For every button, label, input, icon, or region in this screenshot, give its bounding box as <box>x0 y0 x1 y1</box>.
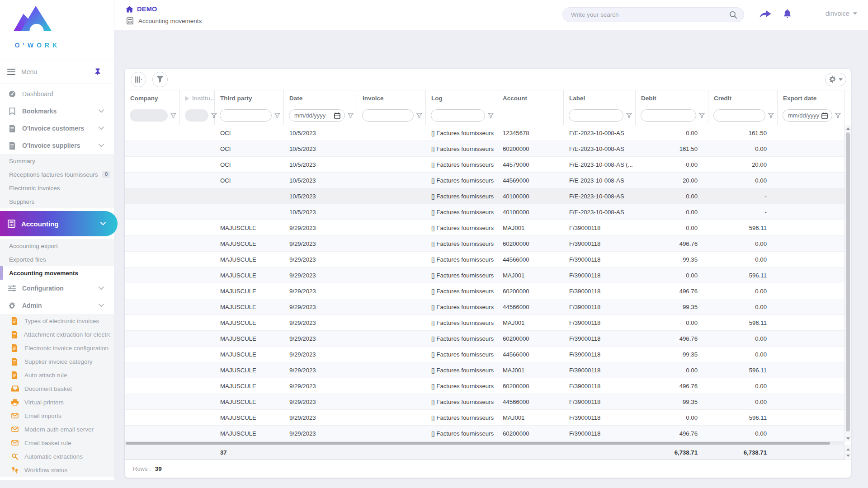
cell-credit: 0.00 <box>708 299 778 314</box>
table-row[interactable]: 10/5/2023[]Factures fournisseurs40100000… <box>125 188 844 204</box>
search-input[interactable] <box>563 8 744 22</box>
filter-funnel-icon[interactable] <box>835 113 841 118</box>
filter-funnel-icon[interactable] <box>170 113 176 118</box>
pin-sidebar-icon[interactable] <box>94 68 101 75</box>
sidebar-item-modern-auth-email-server[interactable]: Modern auth email server <box>0 422 114 436</box>
table-row[interactable]: MAJUSCULE9/29/2023[]Factures fournisseur… <box>125 331 844 347</box>
sidebar-item-accounting-export[interactable]: Accounting export <box>0 239 114 253</box>
sidebar-item-virtual-printers[interactable]: Virtual printers <box>0 395 114 409</box>
filter-input-credit[interactable] <box>713 109 765 122</box>
sidebar-item-supplier-invoice-category[interactable]: Supplier invoice category <box>0 355 114 368</box>
horizontal-scrollbar-thumb[interactable] <box>126 442 830 445</box>
table-row[interactable]: MAJUSCULE9/29/2023[]Factures fournisseur… <box>125 236 844 252</box>
scroll-up-arrow-icon[interactable] <box>846 127 850 130</box>
sidebar-item-attachment-extraction-for-electroni[interactable]: Attachment extraction for electroni <box>0 328 114 341</box>
sidebar-item-document-basket[interactable]: Document basket <box>0 382 114 395</box>
sidebar-item-o-invoice-customers[interactable]: O'Invoice customers <box>0 120 114 137</box>
vertical-scrollbar-thumb[interactable] <box>846 132 850 432</box>
filter-input-label[interactable] <box>569 109 623 122</box>
column-header-institu[interactable]: Institu... <box>180 90 215 106</box>
table-row[interactable]: MAJUSCULE9/29/2023[]Factures fournisseur… <box>125 394 844 410</box>
sidebar-item-workflow-status[interactable]: Workflow status <box>0 463 114 477</box>
filter-button[interactable] <box>152 72 168 87</box>
filter-funnel-icon[interactable] <box>626 113 632 118</box>
column-header-account[interactable]: Account <box>497 90 564 106</box>
filter-funnel-icon[interactable] <box>699 113 705 118</box>
column-header-date[interactable]: Date <box>284 90 357 106</box>
table-row[interactable]: MAJUSCULE9/29/2023[]Factures fournisseur… <box>125 315 844 331</box>
sidebar-item-accounting-movements[interactable]: Accounting movements <box>0 266 114 280</box>
sidebar-item-exported-files[interactable]: Exported files <box>0 253 114 266</box>
sidebar-item-dashboard[interactable]: Dashboard <box>0 85 114 103</box>
sidebar-item-automatic-extractions[interactable]: Automatic extractions <box>0 450 114 463</box>
table-row[interactable]: MAJUSCULE9/29/2023[]Factures fournisseur… <box>125 252 844 267</box>
scroll-up-arrow-icon[interactable] <box>846 448 850 450</box>
search-icon[interactable] <box>729 11 737 19</box>
table-row[interactable]: MAJUSCULE9/29/2023[]Factures fournisseur… <box>125 347 844 362</box>
horizontal-scrollbar[interactable] <box>125 441 844 445</box>
sidebar-item-email-basket-rule[interactable]: Email basket rule <box>0 436 114 450</box>
sidebar-item-bookmarks[interactable]: Bookmarks <box>0 103 114 120</box>
filter-input-third-party[interactable] <box>220 109 272 122</box>
sidebar-item-r-ceptions-factures-fournisseurs[interactable]: Réceptions factures fournisseurs0 <box>0 168 114 181</box>
table-row[interactable]: OCI10/5/2023[]Factures fournisseurs44579… <box>125 157 844 173</box>
sidebar-item-email-imports[interactable]: Email imports <box>0 409 114 422</box>
sidebar-item-o-invoice-suppliers[interactable]: O'Invoice suppliers <box>0 137 114 154</box>
table-row[interactable]: MAJUSCULE9/29/2023[]Factures fournisseur… <box>125 362 844 378</box>
scroll-down-arrow-icon[interactable] <box>846 455 850 457</box>
filter-funnel-icon[interactable] <box>768 113 774 118</box>
cell-account: 44579000 <box>497 157 564 172</box>
table-row[interactable]: MAJUSCULE9/29/2023[]Factures fournisseur… <box>125 299 844 315</box>
filter-funnel-icon[interactable] <box>348 113 354 118</box>
filter-funnel-icon[interactable] <box>416 113 422 118</box>
breadcrumb-home[interactable]: DEMO <box>137 5 157 13</box>
sidebar-item-configuration[interactable]: Configuration <box>0 280 114 297</box>
scroll-down-arrow-icon[interactable] <box>846 437 850 440</box>
sidebar-item-accounting[interactable]: Accounting <box>0 211 118 236</box>
cell-debit: 496.76 <box>636 331 708 346</box>
columns-button[interactable] <box>131 72 146 87</box>
table-row[interactable]: MAJUSCULE9/29/2023[]Factures fournisseur… <box>125 410 844 426</box>
table-settings-button[interactable] <box>825 73 846 86</box>
sidebar-item-types-of-electronic-invoices[interactable]: Types of electronic invoices <box>0 314 114 328</box>
filter-input-date[interactable]: mm/dd/yyyy <box>289 109 345 122</box>
vertical-scrollbar[interactable] <box>844 125 851 441</box>
column-header-invoice[interactable]: Invoice <box>357 90 426 106</box>
log-prefix: [] <box>431 256 434 263</box>
sidebar-item-admin[interactable]: Admin <box>0 297 114 314</box>
table-row[interactable]: MAJUSCULE9/29/2023[]Factures fournisseur… <box>125 220 844 236</box>
filter-input-export-date[interactable]: mm/dd/yyyy <box>783 109 832 122</box>
table-row[interactable]: OCI10/5/2023[]Factures fournisseurs12345… <box>125 125 844 141</box>
sidebar-item-electronic-invoice-configuration[interactable]: Electronic invoice configuration <box>0 341 114 355</box>
search-box[interactable] <box>562 7 744 22</box>
notifications-bell-icon[interactable] <box>783 9 792 18</box>
filter-funnel-icon[interactable] <box>488 113 494 118</box>
column-header-third-party[interactable]: Third party <box>215 90 284 106</box>
user-menu[interactable]: dinvoice <box>826 10 857 17</box>
column-header-company[interactable]: Company <box>125 90 180 106</box>
table-row[interactable]: OCI10/5/2023[]Factures fournisseurs44569… <box>125 173 844 188</box>
table-row[interactable]: MAJUSCULE9/29/2023[]Factures fournisseur… <box>125 378 844 394</box>
column-header-log[interactable]: Log <box>426 90 497 106</box>
column-header-label[interactable]: Label <box>564 90 636 106</box>
table-row[interactable]: MAJUSCULE9/29/2023[]Factures fournisseur… <box>125 283 844 299</box>
filter-input-invoice[interactable] <box>362 109 414 122</box>
share-icon[interactable] <box>760 10 771 20</box>
column-header-credit[interactable]: Credit <box>708 90 778 106</box>
sidebar-item-suppliers[interactable]: Suppliers <box>0 195 114 208</box>
table-row[interactable]: MAJUSCULE9/29/2023[]Factures fournisseur… <box>125 267 844 283</box>
filter-funnel-icon[interactable] <box>274 113 280 118</box>
hamburger-menu-icon[interactable] <box>7 69 15 75</box>
sidebar-item-electronic-invoices[interactable]: Electronic Invoices <box>0 181 114 195</box>
cell-date: 9/29/2023 <box>284 378 357 394</box>
sidebar-item-auto-attach-rule[interactable]: Auto attach rule <box>0 368 114 382</box>
filter-input-debit[interactable] <box>641 109 696 122</box>
table-row[interactable]: OCI10/5/2023[]Factures fournisseurs60200… <box>125 141 844 157</box>
sidebar-item-summary[interactable]: Summary <box>0 154 114 168</box>
table-row[interactable]: 10/5/2023[]Factures fournisseurs40100000… <box>125 204 844 220</box>
home-icon[interactable] <box>126 6 133 13</box>
column-header-export-date[interactable]: Export date <box>778 90 844 106</box>
table-row[interactable]: MAJUSCULE9/29/2023[]Factures fournisseur… <box>125 426 844 441</box>
column-header-debit[interactable]: Debit <box>636 90 708 106</box>
filter-input-log[interactable] <box>431 109 485 122</box>
